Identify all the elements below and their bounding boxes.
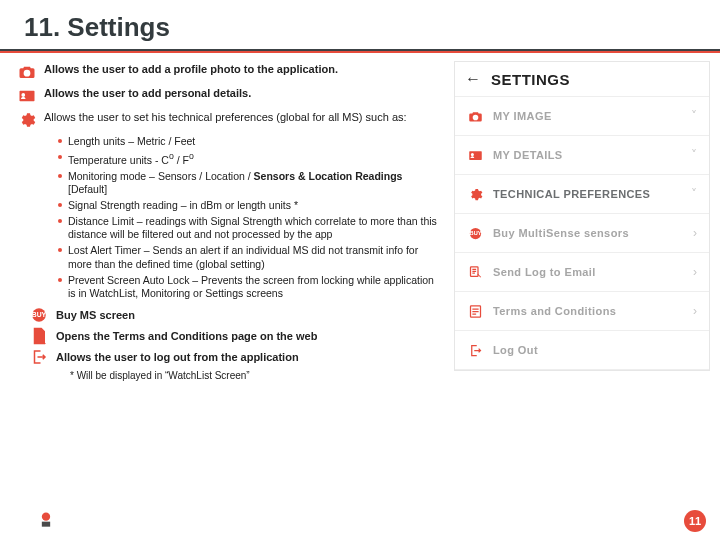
phone-screenshot: ← SETTINGS MY IMAGE˅MY DETAILS˅TECHNICAL… <box>454 61 710 371</box>
buy-icon <box>467 225 483 241</box>
camera-desc: Allows the user to add a profile photo t… <box>44 63 444 77</box>
logout-desc: Allows the user to log out from the appl… <box>56 351 299 363</box>
phone-row-label: Buy MultiSense sensors <box>493 227 683 239</box>
phone-row-camera[interactable]: MY IMAGE˅ <box>455 97 709 136</box>
sub-distance: Distance Limit – readings with Signal St… <box>68 215 444 241</box>
phone-row-tc[interactable]: Terms and Conditions› <box>455 292 709 331</box>
svg-rect-5 <box>42 522 50 527</box>
sub-signal: Signal Strength reading – in dBm or leng… <box>68 199 444 212</box>
phone-row-log[interactable]: Send Log to Email› <box>455 253 709 292</box>
phone-row-label: MY IMAGE <box>493 110 681 122</box>
camera-icon <box>18 63 36 81</box>
description-column: Allows the user to add a profile photo t… <box>18 59 444 381</box>
svg-point-4 <box>42 513 50 521</box>
buy-desc: Buy MS screen <box>56 309 135 321</box>
card-icon <box>18 87 36 105</box>
chevron-icon: › <box>693 226 697 240</box>
card-desc: Allows the user to add personal details. <box>44 87 444 101</box>
phone-row-label: TECHNICAL PREFERENCES <box>493 188 681 200</box>
card-icon <box>467 147 483 163</box>
chevron-icon: ˅ <box>691 148 697 162</box>
sub-mode: Monitoring mode – Sensors / Location / S… <box>68 170 444 196</box>
gear-icon <box>467 186 483 202</box>
camera-icon <box>467 108 483 124</box>
gear-desc: Allows the user to set his technical pre… <box>44 111 444 125</box>
phone-row-label: MY DETAILS <box>493 149 681 161</box>
divider-orange <box>0 51 720 53</box>
sub-lost: Lost Alert Timer – Sends an alert if an … <box>68 244 444 270</box>
page-number: 11 <box>684 510 706 532</box>
brand-logo <box>36 510 56 530</box>
out-icon <box>467 342 483 358</box>
chevron-icon: › <box>693 265 697 279</box>
preferences-list: Length units – Metric / Feet Temperature… <box>58 135 444 300</box>
phone-row-label: Send Log to Email <box>493 266 683 278</box>
sub-length: Length units – Metric / Feet <box>68 135 444 148</box>
gear-icon <box>18 111 36 129</box>
chevron-icon: ˅ <box>691 187 697 201</box>
logout-icon <box>30 348 48 366</box>
sub-temp: Temperature units - Co / Fo <box>68 151 444 167</box>
phone-title: SETTINGS <box>491 71 570 88</box>
chevron-icon: › <box>693 304 697 318</box>
phone-row-label: Terms and Conditions <box>493 305 683 317</box>
log-icon <box>467 264 483 280</box>
phone-row-out[interactable]: Log Out <box>455 331 709 370</box>
phone-row-buy[interactable]: Buy MultiSense sensors› <box>455 214 709 253</box>
tc-desc: Opens the Terms and Conditions page on t… <box>56 330 317 342</box>
phone-row-gear[interactable]: TECHNICAL PREFERENCES˅ <box>455 175 709 214</box>
footnote: * Will be displayed in “WatchList Screen… <box>70 370 444 381</box>
tc-icon <box>467 303 483 319</box>
phone-row-card[interactable]: MY DETAILS˅ <box>455 136 709 175</box>
back-icon[interactable]: ← <box>465 70 481 88</box>
sub-lock: Prevent Screen Auto Lock – Prevents the … <box>68 274 444 300</box>
phone-row-label: Log Out <box>493 344 687 356</box>
buy-icon <box>30 306 48 324</box>
doc-icon <box>30 327 48 345</box>
page-title: 11. Settings <box>0 0 720 49</box>
chevron-icon: ˅ <box>691 109 697 123</box>
